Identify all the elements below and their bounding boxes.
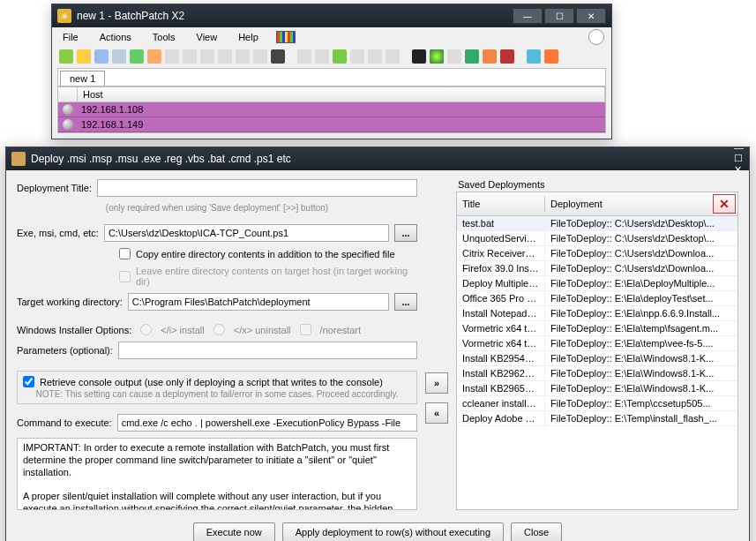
target-dir-browse-button[interactable]: ... <box>394 293 417 311</box>
tool-btn-15[interactable] <box>315 49 329 64</box>
saved-title-cell: Deploy Adobe Fl... <box>457 411 545 425</box>
menu-tools[interactable]: Tools <box>149 30 179 44</box>
norestart-label: /norestart <box>320 325 361 335</box>
move-left-button[interactable]: « <box>425 402 448 424</box>
saved-deploy-cell: FileToDeploy:: E:\Temp\ccsetup505... <box>545 396 737 410</box>
deployment-title-input[interactable] <box>97 179 417 197</box>
main-window: ✳ new 1 - BatchPatch X2 — ☐ ✕ File Actio… <box>51 4 612 139</box>
saved-title-cell: Vormetric x64 tes2 <box>457 321 545 335</box>
tool-btn-12[interactable] <box>253 49 267 64</box>
copy-dir-label: Copy entire directory contents in additi… <box>136 249 395 259</box>
saved-deploy-cell: FileToDeploy:: E:\Ela\DeployMultiple... <box>545 276 737 290</box>
tool-btn-14[interactable] <box>297 49 311 64</box>
dlg-close-button[interactable]: ✕ <box>734 164 744 176</box>
saved-title-cell: Citrix ReceiverCle... <box>457 246 545 260</box>
move-right-button[interactable]: » <box>425 372 448 394</box>
menu-actions[interactable]: Actions <box>96 30 135 44</box>
help-text[interactable]: IMPORTANT: In order to execute a remote … <box>17 438 417 510</box>
saved-deployments-label: Saved Deployments <box>456 179 738 192</box>
saved-row[interactable]: Vormetric x64 testFileToDeploy:: E:\Ela\… <box>457 336 737 351</box>
tool-btn-8[interactable] <box>183 49 197 64</box>
delete-saved-button[interactable]: ✕ <box>713 194 736 214</box>
saved-row[interactable]: Office 365 Pro PlusFileToDeploy:: E:\Ela… <box>457 291 737 306</box>
saved-deploy-cell: FileToDeploy:: E:\Ela\temp\vee-fs-5.... <box>545 336 737 350</box>
saved-row[interactable]: Deploy Adobe Fl...FileToDeploy:: E:\Temp… <box>457 411 737 426</box>
host-row[interactable]: 192.168.1.149 <box>58 117 605 132</box>
tool-btn-19[interactable] <box>385 49 400 64</box>
tool-btn-9[interactable] <box>200 49 214 64</box>
wi-label: Windows Installer Options: <box>17 325 131 335</box>
dlg-minimize-button[interactable]: — <box>734 142 744 153</box>
params-input[interactable] <box>118 342 417 359</box>
saved-header-title[interactable]: Title <box>457 196 545 212</box>
tool-btn-27[interactable] <box>544 49 558 64</box>
file-input[interactable] <box>104 224 389 242</box>
host-row[interactable]: 192.168.1.108 <box>58 102 605 117</box>
saved-deployments-list: Title Deployment ✕ test.batFileToDeploy:… <box>456 192 738 510</box>
tool-btn-10[interactable] <box>218 49 232 64</box>
dlg-maximize-button[interactable]: ☐ <box>734 153 744 164</box>
tool-btn-5[interactable] <box>130 49 144 64</box>
host-header-status[interactable] <box>58 87 78 101</box>
saved-deploy-cell: FileToDeploy:: E:\Ela\Windows8.1-K... <box>545 381 737 395</box>
menu-help[interactable]: Help <box>235 30 262 44</box>
saved-row[interactable]: Firefox 39.0 Instal...FileToDeploy:: C:\… <box>457 261 737 276</box>
color-palette-icon[interactable] <box>276 31 296 43</box>
tool-btn-2[interactable] <box>77 49 91 64</box>
tool-btn-3[interactable] <box>94 49 109 64</box>
copy-dir-checkbox[interactable] <box>119 248 131 259</box>
tab-new1[interactable]: new 1 <box>60 71 105 86</box>
saved-deploy-cell: FileToDeploy:: C:\Users\dz\Downloa... <box>545 261 737 275</box>
saved-row[interactable]: Citrix ReceiverCle...FileToDeploy:: C:\U… <box>457 246 737 261</box>
tool-btn-22[interactable] <box>447 49 461 64</box>
saved-header-deployment[interactable]: Deployment <box>545 196 711 212</box>
saved-row[interactable]: UnquotedService...FileToDeploy:: C:\User… <box>457 231 737 246</box>
tool-btn-23[interactable] <box>465 49 479 64</box>
tool-btn-7[interactable] <box>165 49 179 64</box>
tool-btn-21[interactable] <box>430 49 444 64</box>
saved-row[interactable]: ccleaner installati...FileToDeploy:: E:\… <box>457 396 737 411</box>
host-grid: Host 192.168.1.108192.168.1.149 <box>57 86 606 133</box>
saved-title-cell: Vormetric x64 test <box>457 336 545 350</box>
close-button[interactable]: ✕ <box>576 8 606 24</box>
execute-now-button[interactable]: Execute now <box>193 522 275 541</box>
cmd-input[interactable] <box>117 414 417 432</box>
app-icon: ✳ <box>57 9 71 23</box>
retrieve-console-checkbox[interactable] <box>23 376 34 387</box>
radio-uninstall <box>213 324 225 335</box>
status-led-icon <box>63 119 73 130</box>
clock-icon[interactable] <box>588 29 604 45</box>
saved-row[interactable]: Install KB2954879FileToDeploy:: E:\Ela\W… <box>457 351 737 366</box>
target-dir-input[interactable] <box>128 293 389 311</box>
tool-btn-1[interactable] <box>59 49 73 64</box>
saved-row[interactable]: Install KB2962140FileToDeploy:: E:\Ela\W… <box>457 366 737 381</box>
tool-btn-17[interactable] <box>350 49 364 64</box>
norestart-checkbox <box>300 324 311 335</box>
saved-row[interactable]: test.batFileToDeploy:: C:\Users\dz\Deskt… <box>457 216 737 231</box>
host-cell: 192.168.1.149 <box>78 118 605 131</box>
tool-btn-16[interactable] <box>333 49 347 64</box>
apply-deployment-button[interactable]: Apply deployment to row(s) without execu… <box>282 522 504 541</box>
saved-row[interactable]: Vormetric x64 tes2FileToDeploy:: E:\Ela\… <box>457 321 737 336</box>
menu-view[interactable]: View <box>193 30 221 44</box>
tool-btn-4[interactable] <box>112 49 126 64</box>
tool-btn-13[interactable] <box>271 49 285 64</box>
close-dialog-button[interactable]: Close <box>511 522 562 541</box>
saved-row[interactable]: Install KB2965142FileToDeploy:: E:\Ela\W… <box>457 381 737 396</box>
tool-btn-20[interactable] <box>412 49 426 64</box>
tool-btn-6[interactable] <box>147 49 161 64</box>
tool-btn-11[interactable] <box>236 49 250 64</box>
saved-row[interactable]: Install Notepad++...FileToDeploy:: E:\El… <box>457 306 737 321</box>
maximize-button[interactable]: ☐ <box>544 8 574 24</box>
saved-row[interactable]: Deploy Multiple ....FileToDeploy:: E:\El… <box>457 276 737 291</box>
tool-btn-24[interactable] <box>483 49 497 64</box>
tool-btn-18[interactable] <box>368 49 382 64</box>
file-browse-button[interactable]: ... <box>394 224 417 242</box>
host-header-host[interactable]: Host <box>78 87 605 101</box>
menu-file[interactable]: File <box>59 30 82 44</box>
tool-btn-25[interactable] <box>500 49 514 64</box>
minimize-button[interactable]: — <box>513 8 543 24</box>
tool-btn-26[interactable] <box>527 49 541 64</box>
saved-title-cell: Deploy Multiple .... <box>457 276 545 290</box>
radio-install-label: </i> install <box>161 325 205 335</box>
